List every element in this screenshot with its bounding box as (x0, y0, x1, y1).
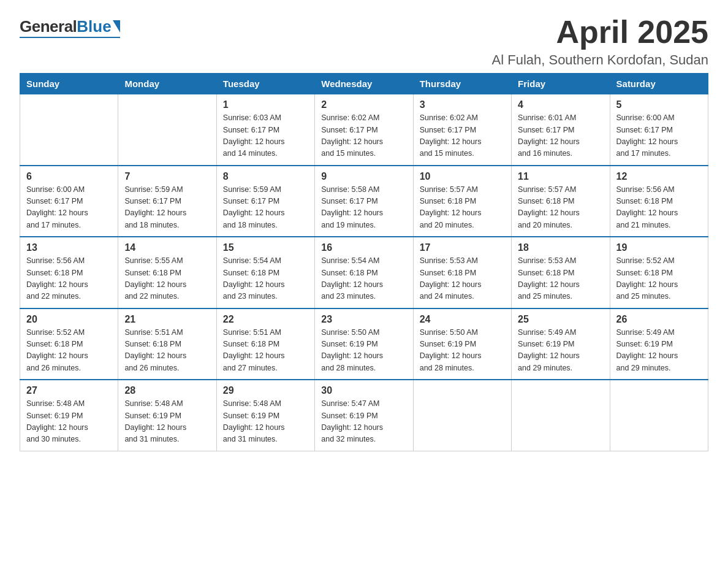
day-number: 3 (420, 99, 505, 110)
calendar-cell: 13Sunrise: 5:56 AM Sunset: 6:18 PM Dayli… (20, 237, 118, 308)
day-info: Sunrise: 5:54 AM Sunset: 6:18 PM Dayligh… (321, 255, 406, 303)
day-info: Sunrise: 5:52 AM Sunset: 6:18 PM Dayligh… (26, 327, 112, 375)
day-number: 17 (420, 242, 505, 253)
header-wednesday: Wednesday (315, 74, 413, 94)
day-number: 23 (321, 314, 406, 325)
day-number: 5 (616, 99, 702, 110)
calendar-week-row: 27Sunrise: 5:48 AM Sunset: 6:19 PM Dayli… (20, 380, 708, 451)
calendar-cell: 2Sunrise: 6:02 AM Sunset: 6:17 PM Daylig… (315, 94, 413, 166)
day-number: 8 (223, 171, 308, 182)
calendar-cell: 27Sunrise: 5:48 AM Sunset: 6:19 PM Dayli… (20, 380, 118, 451)
logo-underline (20, 37, 120, 38)
calendar-cell: 30Sunrise: 5:47 AM Sunset: 6:19 PM Dayli… (315, 380, 413, 451)
header-saturday: Saturday (610, 74, 708, 94)
day-info: Sunrise: 5:56 AM Sunset: 6:18 PM Dayligh… (616, 184, 702, 232)
day-number: 20 (26, 314, 112, 325)
header-friday: Friday (512, 74, 610, 94)
calendar-cell: 4Sunrise: 6:01 AM Sunset: 6:17 PM Daylig… (512, 94, 610, 166)
day-number: 14 (124, 242, 210, 253)
day-info: Sunrise: 5:48 AM Sunset: 6:19 PM Dayligh… (26, 398, 112, 446)
calendar-cell: 22Sunrise: 5:51 AM Sunset: 6:18 PM Dayli… (216, 308, 314, 380)
header-monday: Monday (118, 74, 216, 94)
calendar-cell: 12Sunrise: 5:56 AM Sunset: 6:18 PM Dayli… (610, 166, 708, 237)
day-number: 21 (124, 314, 210, 325)
calendar-cell: 16Sunrise: 5:54 AM Sunset: 6:18 PM Dayli… (315, 237, 413, 308)
calendar-cell: 18Sunrise: 5:53 AM Sunset: 6:18 PM Dayli… (512, 237, 610, 308)
day-number: 9 (321, 171, 406, 182)
calendar-cell: 6Sunrise: 6:00 AM Sunset: 6:17 PM Daylig… (20, 166, 118, 237)
calendar-week-row: 6Sunrise: 6:00 AM Sunset: 6:17 PM Daylig… (20, 166, 708, 237)
day-number: 7 (124, 171, 210, 182)
logo-blue-text: Blue (77, 17, 111, 36)
day-info: Sunrise: 5:51 AM Sunset: 6:18 PM Dayligh… (124, 327, 210, 375)
day-info: Sunrise: 5:59 AM Sunset: 6:17 PM Dayligh… (223, 184, 308, 232)
day-number: 25 (518, 314, 603, 325)
calendar-cell: 1Sunrise: 6:03 AM Sunset: 6:17 PM Daylig… (216, 94, 314, 166)
day-number: 30 (321, 385, 406, 396)
calendar-cell: 9Sunrise: 5:58 AM Sunset: 6:17 PM Daylig… (315, 166, 413, 237)
day-number: 16 (321, 242, 406, 253)
day-info: Sunrise: 6:02 AM Sunset: 6:17 PM Dayligh… (321, 112, 406, 160)
calendar-cell: 19Sunrise: 5:52 AM Sunset: 6:18 PM Dayli… (610, 237, 708, 308)
day-number: 18 (518, 242, 603, 253)
calendar-cell: 15Sunrise: 5:54 AM Sunset: 6:18 PM Dayli… (216, 237, 314, 308)
day-info: Sunrise: 5:47 AM Sunset: 6:19 PM Dayligh… (321, 398, 406, 446)
calendar-header-row: SundayMondayTuesdayWednesdayThursdayFrid… (20, 74, 708, 94)
calendar-cell (118, 94, 216, 166)
day-info: Sunrise: 5:59 AM Sunset: 6:17 PM Dayligh… (124, 184, 210, 232)
day-info: Sunrise: 5:51 AM Sunset: 6:18 PM Dayligh… (223, 327, 308, 375)
calendar-cell: 21Sunrise: 5:51 AM Sunset: 6:18 PM Dayli… (118, 308, 216, 380)
day-info: Sunrise: 5:48 AM Sunset: 6:19 PM Dayligh… (223, 398, 308, 446)
calendar-cell: 17Sunrise: 5:53 AM Sunset: 6:18 PM Dayli… (413, 237, 511, 308)
day-number: 4 (518, 99, 603, 110)
title-block: April 2025 Al Fulah, Southern Kordofan, … (492, 15, 708, 68)
day-info: Sunrise: 5:50 AM Sunset: 6:19 PM Dayligh… (420, 327, 505, 375)
day-info: Sunrise: 6:02 AM Sunset: 6:17 PM Dayligh… (420, 112, 505, 160)
calendar-week-row: 13Sunrise: 5:56 AM Sunset: 6:18 PM Dayli… (20, 237, 708, 308)
calendar-cell: 25Sunrise: 5:49 AM Sunset: 6:19 PM Dayli… (512, 308, 610, 380)
day-info: Sunrise: 6:00 AM Sunset: 6:17 PM Dayligh… (26, 184, 112, 232)
day-number: 10 (420, 171, 505, 182)
day-number: 24 (420, 314, 505, 325)
calendar-cell: 11Sunrise: 5:57 AM Sunset: 6:18 PM Dayli… (512, 166, 610, 237)
day-number: 1 (223, 99, 308, 110)
day-number: 28 (124, 385, 210, 396)
day-info: Sunrise: 5:56 AM Sunset: 6:18 PM Dayligh… (26, 255, 112, 303)
day-info: Sunrise: 5:58 AM Sunset: 6:17 PM Dayligh… (321, 184, 406, 232)
calendar-week-row: 20Sunrise: 5:52 AM Sunset: 6:18 PM Dayli… (20, 308, 708, 380)
logo: General Blue (20, 17, 120, 38)
day-number: 29 (223, 385, 308, 396)
calendar-week-row: 1Sunrise: 6:03 AM Sunset: 6:17 PM Daylig… (20, 94, 708, 166)
calendar-cell: 7Sunrise: 5:59 AM Sunset: 6:17 PM Daylig… (118, 166, 216, 237)
page-header: General Blue April 2025 Al Fulah, Southe… (20, 15, 708, 68)
day-number: 2 (321, 99, 406, 110)
header-thursday: Thursday (413, 74, 511, 94)
calendar-cell: 8Sunrise: 5:59 AM Sunset: 6:17 PM Daylig… (216, 166, 314, 237)
calendar-cell: 3Sunrise: 6:02 AM Sunset: 6:17 PM Daylig… (413, 94, 511, 166)
calendar-cell: 29Sunrise: 5:48 AM Sunset: 6:19 PM Dayli… (216, 380, 314, 451)
day-info: Sunrise: 5:57 AM Sunset: 6:18 PM Dayligh… (420, 184, 505, 232)
day-number: 15 (223, 242, 308, 253)
day-info: Sunrise: 5:55 AM Sunset: 6:18 PM Dayligh… (124, 255, 210, 303)
header-tuesday: Tuesday (216, 74, 314, 94)
calendar-cell: 23Sunrise: 5:50 AM Sunset: 6:19 PM Dayli… (315, 308, 413, 380)
day-info: Sunrise: 5:50 AM Sunset: 6:19 PM Dayligh… (321, 327, 406, 375)
day-info: Sunrise: 6:01 AM Sunset: 6:17 PM Dayligh… (518, 112, 603, 160)
calendar-table: SundayMondayTuesdayWednesdayThursdayFrid… (20, 73, 708, 451)
day-info: Sunrise: 6:03 AM Sunset: 6:17 PM Dayligh… (223, 112, 308, 160)
calendar-cell: 5Sunrise: 6:00 AM Sunset: 6:17 PM Daylig… (610, 94, 708, 166)
calendar-cell: 10Sunrise: 5:57 AM Sunset: 6:18 PM Dayli… (413, 166, 511, 237)
calendar-title: April 2025 (492, 15, 708, 50)
day-number: 11 (518, 171, 603, 182)
day-number: 13 (26, 242, 112, 253)
day-info: Sunrise: 5:48 AM Sunset: 6:19 PM Dayligh… (124, 398, 210, 446)
day-number: 12 (616, 171, 702, 182)
day-info: Sunrise: 5:53 AM Sunset: 6:18 PM Dayligh… (420, 255, 505, 303)
day-info: Sunrise: 5:49 AM Sunset: 6:19 PM Dayligh… (518, 327, 603, 375)
calendar-subtitle: Al Fulah, Southern Kordofan, Sudan (492, 52, 708, 68)
calendar-cell (610, 380, 708, 451)
day-number: 27 (26, 385, 112, 396)
day-number: 6 (26, 171, 112, 182)
calendar-cell: 28Sunrise: 5:48 AM Sunset: 6:19 PM Dayli… (118, 380, 216, 451)
day-number: 22 (223, 314, 308, 325)
